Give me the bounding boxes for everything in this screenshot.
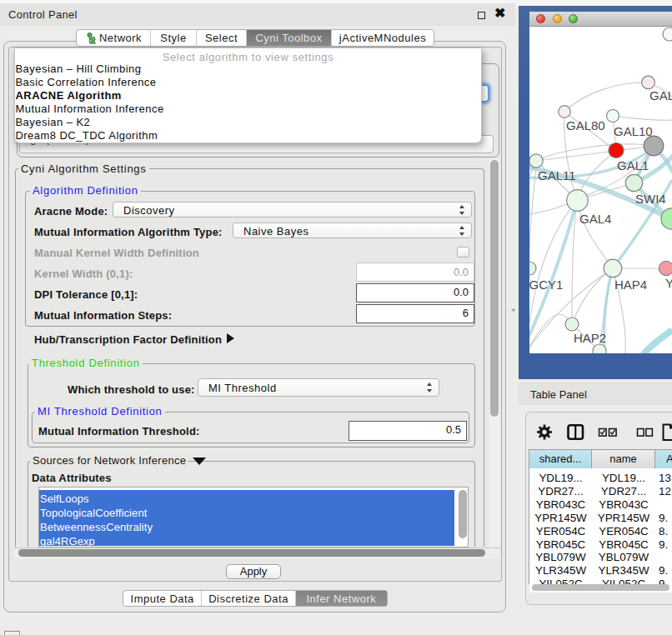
svg-text:Y: Y — [665, 276, 672, 290]
svg-text:GAL10: GAL10 — [614, 124, 653, 138]
svg-text:GAL1: GAL1 — [617, 158, 649, 172]
svg-text:SWI4: SWI4 — [635, 192, 666, 206]
svg-text:GAL80: GAL80 — [566, 118, 605, 132]
svg-text:GAL4: GAL4 — [579, 212, 611, 226]
svg-text:GCY1: GCY1 — [529, 278, 563, 292]
svg-text:GAL11: GAL11 — [538, 168, 576, 182]
svg-text:HAP4: HAP4 — [614, 278, 647, 292]
svg-text:HAP2: HAP2 — [574, 331, 606, 345]
svg-text:GAL7: GAL7 — [649, 88, 672, 102]
